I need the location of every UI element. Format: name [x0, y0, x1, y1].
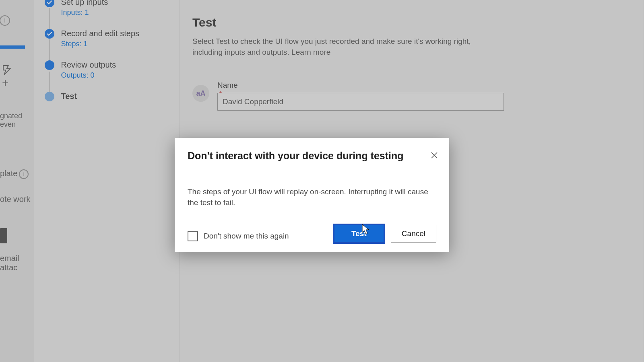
dialog-title: Don't interact with your device during t…: [188, 150, 404, 162]
test-button[interactable]: Test: [333, 224, 385, 244]
dont-show-again-label: Don't show me this again: [204, 232, 289, 241]
dont-show-again-checkbox[interactable]: [188, 231, 198, 241]
dont-show-again-row[interactable]: Don't show me this again: [188, 231, 289, 241]
close-button[interactable]: [428, 149, 440, 161]
dialog-body: The steps of your UI flow will replay on…: [188, 186, 433, 208]
test-warning-dialog: Don't interact with your device during t…: [175, 138, 449, 252]
dialog-button-row: Test Cancel: [333, 224, 436, 244]
cancel-button[interactable]: Cancel: [391, 225, 436, 243]
